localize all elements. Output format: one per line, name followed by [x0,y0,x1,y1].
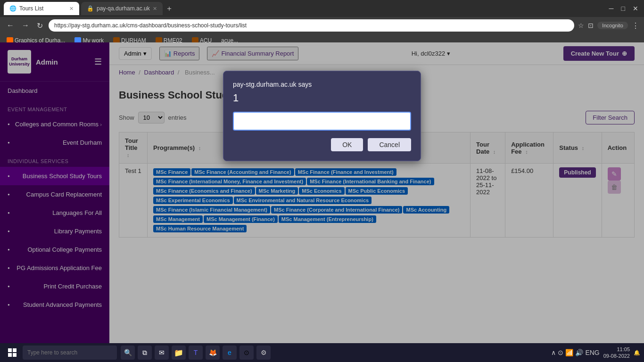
tab-close-btn-2[interactable]: ✕ [153,6,157,12]
taskbar-clock: 11:05 09-08-2022 [603,346,630,360]
svg-rect-3 [13,353,17,357]
taskbar-mail-icon[interactable]: ✉ [155,346,169,360]
taskbar-date-value: 09-08-2022 [603,353,630,359]
taskbar-search-input[interactable] [23,346,117,360]
taskbar-firefox-icon[interactable]: 🦊 [206,346,220,360]
new-tab-btn[interactable]: ＋ [165,4,173,14]
sys-tray-icons: ∧ ⊙ 📶 🔊 ENG [551,349,599,356]
notification-icon[interactable]: 🔔 [634,350,640,356]
refresh-btn[interactable]: ↻ [35,20,45,31]
network-icon[interactable]: ⊙ [558,349,563,356]
minimize-btn[interactable]: ─ [607,5,616,12]
close-btn[interactable]: ✕ [631,5,640,12]
forward-btn[interactable]: → [20,20,31,31]
taskbar-quick-icons: 🔍 ⧉ ✉ 📁 T 🦊 e ⊙ ⚙ [121,346,271,360]
tab-lock-icon: 🔒 [87,5,94,12]
active-tab-label: Tours List [19,5,43,12]
active-tab[interactable]: 🌐 Tours List ✕ [4,2,79,15]
modal-overlay: pay-stg.durham.ac.uk says 1 OK Cancel [0,42,644,343]
svg-rect-2 [8,353,12,357]
taskbar: 🔍 ⧉ ✉ 📁 T 🦊 e ⊙ ⚙ ∧ ⊙ 📶 🔊 [0,343,644,362]
inactive-tab-label: pay-qa.durham.ac.uk [97,5,150,12]
wifi-icon[interactable]: 📶 [565,349,573,356]
inactive-tab[interactable]: 🔒 pay-qa.durham.ac.uk ✕ [81,2,163,15]
tab-favicon: 🌐 [9,5,17,12]
modal-input[interactable] [233,112,411,131]
taskbar-teams-icon[interactable]: T [189,346,203,360]
modal-dialog: pay-stg.durham.ac.uk says 1 OK Cancel [223,71,421,161]
volume-icon[interactable]: 🔊 [575,349,583,356]
modal-site-label: pay-stg.durham.ac.uk says [233,81,411,88]
modal-cancel-btn[interactable]: Cancel [368,138,411,151]
svg-rect-0 [8,348,12,352]
svg-rect-1 [13,348,17,352]
taskbar-search-icon[interactable]: 🔍 [121,346,135,360]
address-bar-input[interactable] [49,19,574,32]
taskbar-right: ∧ ⊙ 📶 🔊 ENG 11:05 09-08-2022 🔔 [551,346,640,360]
start-btn[interactable] [4,344,21,361]
taskbar-settings-icon[interactable]: ⚙ [256,346,271,360]
lang-label: ENG [585,349,599,356]
taskbar-task-view-icon[interactable]: ⧉ [138,346,152,360]
taskbar-edge-icon[interactable]: e [223,346,237,360]
address-bar-icons: ☆ ⊡ [578,22,594,29]
menu-btn[interactable]: ⋮ [632,21,639,30]
modal-value: 1 [233,92,411,104]
expand-tray-icon[interactable]: ∧ [551,349,556,356]
window-controls: ─ □ ✕ [607,5,640,12]
split-screen-icon[interactable]: ⊡ [588,22,594,29]
profile-btn[interactable]: Incognito [597,22,628,29]
back-btn[interactable]: ← [5,20,16,31]
taskbar-time-value: 11:05 [603,346,630,353]
taskbar-explorer-icon[interactable]: 📁 [172,346,186,360]
tab-close-btn[interactable]: ✕ [69,6,74,12]
star-icon[interactable]: ☆ [578,22,584,29]
modal-ok-btn[interactable]: OK [331,138,363,151]
modal-buttons: OK Cancel [233,138,411,151]
taskbar-chrome-icon[interactable]: ⊙ [239,346,254,360]
maximize-btn[interactable]: □ [619,5,627,12]
